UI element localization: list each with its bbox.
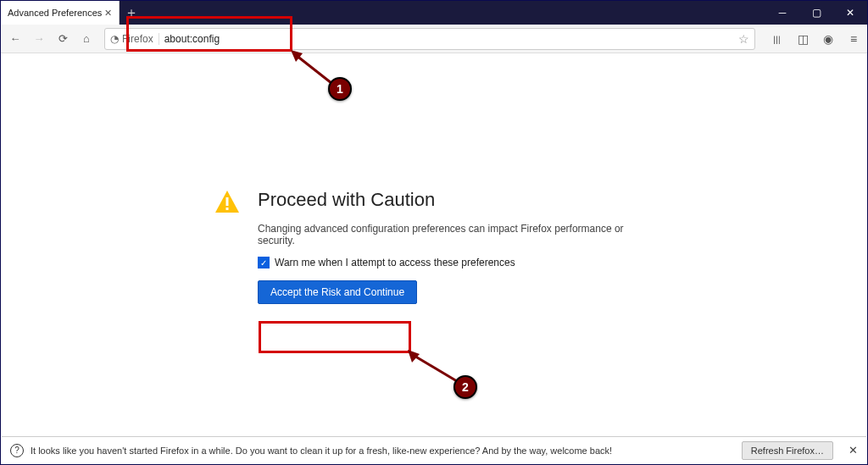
home-button[interactable]: ⌂ [77,30,96,48]
identity-label: Firefox [122,33,153,45]
back-button[interactable]: ← [6,30,25,48]
annotation-marker-1: 1 [328,77,352,101]
minimize-button[interactable]: ─ [765,1,799,25]
browser-tab[interactable]: Advanced Preferences ✕ [1,1,120,25]
sidebar-icon[interactable]: ◫ [794,30,811,47]
refresh-firefox-button[interactable]: Refresh Firefox… [742,441,833,460]
warn-checkbox-row[interactable]: ✓ Warn me when I attempt to access these… [258,257,654,268]
checkbox-label: Warn me when I attempt to access these p… [275,257,515,268]
page-content: Proceed with Caution Changing advanced c… [1,53,867,464]
infobar-text: It looks like you haven't started Firefo… [31,446,735,456]
close-tab-icon[interactable]: ✕ [104,8,112,19]
url-input[interactable] [164,33,738,45]
accept-risk-button[interactable]: Accept the Risk and Continue [258,280,417,304]
reload-button[interactable]: ⟳ [53,30,72,48]
tab-title: Advanced Preferences [8,8,102,18]
warning-icon [214,189,244,304]
navbar: ← → ⟳ ⌂ ◔ Firefox ☆ ⫼ ◫ ◉ ≡ [1,25,867,53]
checkbox-checked-icon[interactable]: ✓ [258,257,270,268]
caution-box: Proceed with Caution Changing advanced c… [214,189,654,304]
maximize-button[interactable]: ▢ [799,1,833,25]
info-icon: ? [10,444,24,457]
close-window-button[interactable]: ✕ [833,1,867,25]
site-identity: ◔ Firefox [110,33,159,45]
caution-title: Proceed with Caution [258,189,654,211]
infobar-close-icon[interactable]: ✕ [849,444,858,457]
infobar: ? It looks like you haven't started Fire… [2,436,866,463]
menu-icon[interactable]: ≡ [845,30,862,47]
titlebar: Advanced Preferences ✕ ＋ ─ ▢ ✕ [1,1,867,25]
account-icon[interactable]: ◉ [820,30,837,47]
window-controls: ─ ▢ ✕ [765,1,867,25]
forward-button[interactable]: → [30,30,48,48]
caution-body-text: Changing advanced configuration preferen… [258,223,654,246]
bookmark-star-icon[interactable]: ☆ [738,32,749,46]
svg-rect-1 [226,208,229,210]
library-icon[interactable]: ⫼ [769,30,786,47]
annotation-marker-2: 2 [453,375,477,399]
svg-rect-0 [226,197,229,206]
firefox-icon: ◔ [110,33,119,45]
new-tab-button[interactable]: ＋ [120,1,143,25]
url-bar[interactable]: ◔ Firefox ☆ [104,28,755,50]
